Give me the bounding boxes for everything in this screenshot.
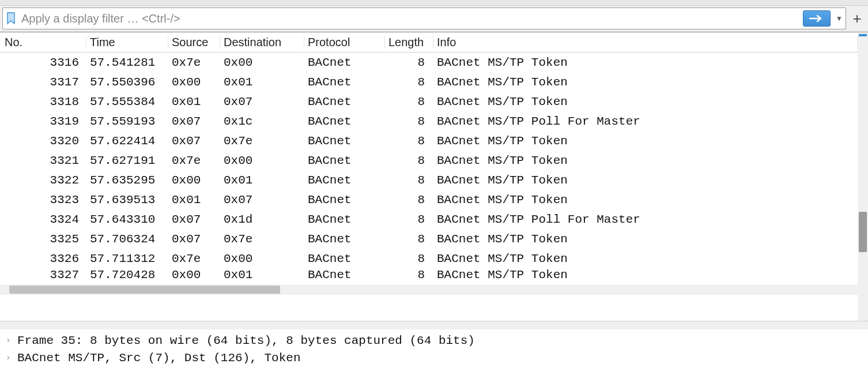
detail-tree-item[interactable]: › BACnet MS/TP, Src (7), Dst (126), Toke… <box>0 349 868 366</box>
cell-src: 0x00 <box>168 76 220 89</box>
detail-tree-item[interactable]: › Frame 35: 8 bytes on wire (64 bits), 8… <box>0 332 868 349</box>
cell-info: BACnet MS/TP Poll For Master <box>433 213 858 226</box>
cell-proto: BACnet <box>304 95 385 108</box>
packet-list-pane: No. Time Source Destination Protocol Len… <box>0 32 868 321</box>
cell-time: 57.639513 <box>86 193 168 207</box>
cell-info: BACnet MS/TP Token <box>433 76 858 89</box>
cell-dst: 0x00 <box>220 56 304 69</box>
cell-no: 3323 <box>0 193 86 207</box>
cell-no: 3318 <box>0 95 86 108</box>
cell-time: 57.541281 <box>86 56 168 69</box>
cell-info: BACnet MS/TP Token <box>433 154 858 167</box>
cell-len: 8 <box>385 95 433 108</box>
cell-time: 57.706324 <box>86 233 168 246</box>
display-filter-bar: ▼ <box>2 8 846 29</box>
horizontal-scrollbar-thumb[interactable] <box>9 286 280 294</box>
packet-row[interactable]: 331757.5503960x000x01BACnet8BACnet MS/TP… <box>0 72 858 92</box>
cell-len: 8 <box>385 134 433 148</box>
packet-row[interactable]: 332357.6395130x010x07BACnet8BACnet MS/TP… <box>0 190 858 209</box>
cell-len: 8 <box>385 268 433 282</box>
packet-row[interactable]: 331857.5553840x010x07BACnet8BACnet MS/TP… <box>0 92 858 111</box>
chevron-right-icon[interactable]: › <box>6 353 17 362</box>
cell-info: BACnet MS/TP Token <box>433 252 858 265</box>
cell-time: 57.627191 <box>86 154 168 167</box>
cell-proto: BACnet <box>304 233 385 246</box>
add-filter-button[interactable]: + <box>848 8 866 29</box>
cell-len: 8 <box>385 252 433 265</box>
cell-info: BACnet MS/TP Token <box>433 134 858 148</box>
horizontal-scrollbar[interactable] <box>0 284 858 295</box>
cell-dst: 0x01 <box>220 76 304 89</box>
cell-src: 0x01 <box>168 193 220 207</box>
cell-src: 0x7e <box>168 252 220 265</box>
cell-dst: 0x1d <box>220 213 304 226</box>
cell-proto: BACnet <box>304 115 385 128</box>
cell-proto: BACnet <box>304 252 385 265</box>
vertical-scrollbar[interactable] <box>858 33 868 321</box>
cell-len: 8 <box>385 154 433 167</box>
cell-dst: 0x7e <box>220 134 304 148</box>
cell-info: BACnet MS/TP Token <box>433 268 858 282</box>
packet-row[interactable]: 332157.6271910x7e0x00BACnet8BACnet MS/TP… <box>0 151 858 170</box>
packet-row[interactable]: 332657.7113120x7e0x00BACnet8BACnet MS/TP… <box>0 249 858 268</box>
cell-info: BACnet MS/TP Token <box>433 56 858 69</box>
cell-no: 3327 <box>0 268 86 282</box>
cell-dst: 0x07 <box>220 95 304 108</box>
apply-filter-button[interactable] <box>803 10 831 27</box>
packet-row[interactable]: 332557.7063240x070x7eBACnet8BACnet MS/TP… <box>0 229 858 249</box>
cell-time: 57.550396 <box>86 76 168 89</box>
packet-row[interactable]: 332757.7204280x000x01BACnet8BACnet MS/TP… <box>0 268 858 284</box>
cell-no: 3321 <box>0 154 86 167</box>
cell-no: 3325 <box>0 233 86 246</box>
column-header-length[interactable]: Length <box>385 36 433 49</box>
column-header-info[interactable]: Info <box>433 36 858 49</box>
cell-no: 3322 <box>0 174 86 187</box>
cell-time: 57.559193 <box>86 115 168 128</box>
column-header-destination[interactable]: Destination <box>220 36 304 49</box>
cell-src: 0x01 <box>168 95 220 108</box>
packet-details-pane: › Frame 35: 8 bytes on wire (64 bits), 8… <box>0 329 868 371</box>
cell-dst: 0x00 <box>220 154 304 167</box>
cell-proto: BACnet <box>304 213 385 226</box>
display-filter-input[interactable] <box>19 8 803 29</box>
cell-src: 0x00 <box>168 174 220 187</box>
cell-time: 57.720428 <box>86 268 168 282</box>
packet-row[interactable]: 331957.5591930x070x1cBACnet8BACnet MS/TP… <box>0 111 858 131</box>
cell-proto: BACnet <box>304 268 385 282</box>
cell-dst: 0x01 <box>220 174 304 187</box>
column-header-protocol[interactable]: Protocol <box>304 36 385 49</box>
cell-proto: BACnet <box>304 174 385 187</box>
cell-dst: 0x07 <box>220 193 304 207</box>
packet-row[interactable]: 332057.6224140x070x7eBACnet8BACnet MS/TP… <box>0 131 858 151</box>
cell-dst: 0x01 <box>220 268 304 282</box>
column-header-no[interactable]: No. <box>0 36 86 49</box>
cell-time: 57.711312 <box>86 252 168 265</box>
cell-proto: BACnet <box>304 193 385 207</box>
cell-src: 0x07 <box>168 115 220 128</box>
packet-list-header[interactable]: No. Time Source Destination Protocol Len… <box>0 33 858 53</box>
filter-history-dropdown[interactable]: ▼ <box>833 9 846 28</box>
cell-len: 8 <box>385 76 433 89</box>
cell-src: 0x07 <box>168 233 220 246</box>
cell-len: 8 <box>385 115 433 128</box>
chevron-right-icon[interactable]: › <box>6 336 17 345</box>
bookmark-icon[interactable] <box>3 8 19 29</box>
cell-time: 57.643310 <box>86 213 168 226</box>
cell-no: 3317 <box>0 76 86 89</box>
vertical-scrollbar-thumb[interactable] <box>859 212 867 252</box>
packet-row[interactable]: 332457.6433100x070x1dBACnet8BACnet MS/TP… <box>0 209 858 229</box>
cell-len: 8 <box>385 233 433 246</box>
column-header-time[interactable]: Time <box>86 36 168 49</box>
packet-row[interactable]: 331657.5412810x7e0x00BACnet8BACnet MS/TP… <box>0 53 858 72</box>
cell-no: 3319 <box>0 115 86 128</box>
cell-info: BACnet MS/TP Token <box>433 95 858 108</box>
cell-proto: BACnet <box>304 76 385 89</box>
packet-row[interactable]: 332257.6352950x000x01BACnet8BACnet MS/TP… <box>0 170 858 190</box>
column-header-source[interactable]: Source <box>168 36 220 49</box>
cell-info: BACnet MS/TP Token <box>433 174 858 187</box>
cell-time: 57.622414 <box>86 134 168 148</box>
cell-len: 8 <box>385 213 433 226</box>
cell-no: 3316 <box>0 56 86 69</box>
cell-no: 3326 <box>0 252 86 265</box>
cell-len: 8 <box>385 56 433 69</box>
